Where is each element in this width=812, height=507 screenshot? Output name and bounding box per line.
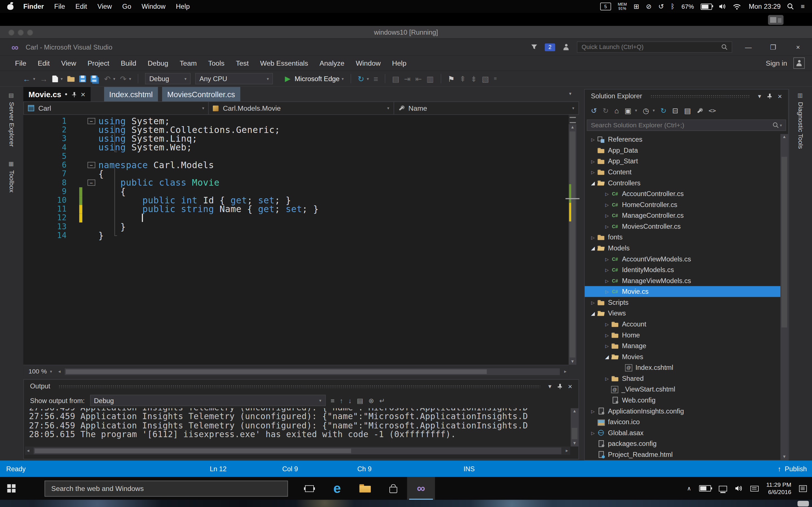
browser-link-refresh-icon[interactable]: ↻ bbox=[358, 75, 364, 82]
vs-menu-item-edit[interactable]: Edit bbox=[32, 59, 55, 67]
tree-item-fonts[interactable]: ▷fonts bbox=[585, 232, 780, 243]
misc-tool-icon-4[interactable]: ▥ bbox=[426, 75, 434, 82]
scroll-down-arrow-icon[interactable]: ▼ bbox=[780, 454, 788, 460]
member-dropdown[interactable]: Name ▾ bbox=[394, 102, 578, 114]
scroll-down-arrow-icon[interactable]: ▼ bbox=[569, 358, 576, 365]
redo-icon[interactable]: ↷ bbox=[120, 75, 126, 82]
time-machine-icon[interactable]: ↺ bbox=[658, 3, 664, 10]
collapsed-arrow-icon[interactable]: ▷ bbox=[589, 235, 597, 240]
vs-menu-item-build[interactable]: Build bbox=[115, 59, 142, 67]
collapsed-arrow-icon[interactable]: ▷ bbox=[603, 376, 611, 381]
vs-titlebar[interactable]: ∞ Carl - Microsoft Visual Studio 2 Quick… bbox=[0, 39, 812, 55]
save-icon[interactable] bbox=[79, 75, 86, 82]
vs-menu-item-file[interactable]: File bbox=[9, 59, 32, 67]
notification-center-icon[interactable]: ≡ bbox=[801, 3, 805, 10]
vs-menu-item-help[interactable]: Help bbox=[386, 59, 412, 67]
collapsed-arrow-icon[interactable]: ▷ bbox=[589, 137, 597, 142]
restore-button[interactable]: ❐ bbox=[764, 43, 782, 51]
prev-bookmark-icon[interactable]: ⇞ bbox=[459, 75, 466, 82]
spotlight-search-icon[interactable] bbox=[788, 3, 794, 10]
tree-item-views[interactable]: ◢Views bbox=[585, 308, 780, 319]
volume-icon[interactable] bbox=[719, 4, 726, 9]
notification-count-badge[interactable]: 2 bbox=[545, 43, 555, 51]
tree-item-models[interactable]: ◢Models bbox=[585, 242, 780, 253]
expanded-arrow-icon[interactable]: ◢ bbox=[589, 245, 597, 251]
undo-icon[interactable]: ↶ bbox=[104, 75, 110, 82]
redo-caret[interactable]: ▾ bbox=[129, 76, 131, 81]
copy-icon[interactable]: ▤ bbox=[357, 397, 363, 404]
code-line[interactable]: 1−using System; bbox=[23, 117, 569, 126]
minimize-button[interactable]: — bbox=[740, 43, 757, 51]
undo-caret[interactable]: ▾ bbox=[113, 76, 115, 81]
editor-vertical-scrollbar[interactable]: ▲ ▼ bbox=[569, 124, 576, 365]
pin-icon[interactable] bbox=[557, 383, 563, 390]
mac-menu-item-edit[interactable]: Edit bbox=[75, 3, 87, 10]
vs-menu-item-project[interactable]: Project bbox=[82, 59, 115, 67]
code-line[interactable]: 11 public string Name { get; set; } bbox=[23, 205, 569, 214]
browser-link-caret[interactable]: ▾ bbox=[367, 76, 369, 81]
hscroll-right-arrow-icon[interactable]: ▸ bbox=[562, 369, 569, 374]
tree-item-manage[interactable]: ▷Manage bbox=[585, 341, 780, 351]
tree-item-accountcontroller-cs[interactable]: ▷C#AccountController.cs bbox=[585, 188, 780, 200]
expanded-arrow-icon[interactable]: ◢ bbox=[603, 354, 611, 359]
show-all-files-icon[interactable]: ▤ bbox=[684, 106, 691, 114]
start-debugging-button[interactable]: ▶ Microsoft Edge ▾ bbox=[285, 74, 344, 82]
code-line[interactable]: 2using System.Collections.Generic; bbox=[23, 126, 569, 134]
new-file-icon[interactable] bbox=[52, 75, 58, 82]
touch-keyboard-icon[interactable] bbox=[750, 486, 758, 491]
code-line[interactable]: 4using System.Web; bbox=[23, 144, 569, 152]
prev-message-icon[interactable]: ↑ bbox=[340, 397, 343, 404]
code-line[interactable]: 7{ bbox=[23, 170, 569, 178]
misc-tool-icon-3[interactable]: ⇤ bbox=[415, 75, 422, 82]
tree-item-web-config[interactable]: Web.config bbox=[585, 395, 780, 406]
wifi-icon[interactable] bbox=[733, 3, 741, 10]
clear-bookmarks-icon[interactable]: ▧ bbox=[482, 75, 489, 82]
code-line[interactable]: 13 } bbox=[23, 223, 569, 231]
collapse-all-icon[interactable]: ⊟ bbox=[672, 106, 678, 114]
vs-menu-item-test[interactable]: Test bbox=[230, 59, 254, 67]
output-lines-viewport[interactable]: 27:56.459 Application Insights Telemetry… bbox=[29, 408, 567, 446]
next-bookmark-icon[interactable]: ⇟ bbox=[470, 75, 477, 82]
expanded-arrow-icon[interactable]: ◢ bbox=[589, 180, 597, 186]
solution-platform-select[interactable]: Any CPU▾ bbox=[195, 73, 273, 84]
mac-menu-item-help[interactable]: Help bbox=[176, 3, 190, 10]
solution-scroll-thumb[interactable] bbox=[781, 157, 787, 328]
tree-item-global-asax[interactable]: ▷Global.asax bbox=[585, 427, 780, 438]
type-dropdown[interactable]: Carl.Models.Movie ▾ bbox=[209, 102, 394, 114]
collapsed-arrow-icon[interactable]: ▷ bbox=[603, 213, 611, 218]
tree-item-scripts[interactable]: ▷Scripts bbox=[585, 297, 780, 308]
collapsed-arrow-icon[interactable]: ▷ bbox=[603, 289, 611, 294]
tree-item-movie-cs[interactable]: ▷C#Movie.cs bbox=[585, 286, 780, 297]
tab-list-caret[interactable]: ▾ bbox=[569, 91, 571, 96]
find-message-icon[interactable]: ≡ bbox=[331, 397, 335, 404]
view-code-icon[interactable]: <> bbox=[709, 107, 716, 114]
start-target-caret[interactable]: ▾ bbox=[342, 76, 344, 81]
forward-icon[interactable]: ↻ bbox=[603, 106, 609, 114]
code-line[interactable]: 5 bbox=[23, 152, 569, 161]
code-line[interactable]: 8− public class Movie bbox=[23, 179, 569, 187]
code-line[interactable]: 9 { bbox=[23, 187, 569, 196]
quick-launch-input[interactable]: Quick Launch (Ctrl+Q) bbox=[577, 41, 732, 53]
pin-icon[interactable] bbox=[71, 91, 77, 98]
doc-tab-moviescontroller-cs[interactable]: MoviesController.cs bbox=[162, 87, 240, 101]
sign-in-link[interactable]: Sign in bbox=[766, 59, 787, 67]
vs-menu-item-debug[interactable]: Debug bbox=[142, 59, 174, 67]
code-editor[interactable]: 1−using System;2using System.Collections… bbox=[23, 115, 569, 365]
close-icon[interactable]: × bbox=[81, 90, 85, 99]
collapsed-arrow-icon[interactable]: ▷ bbox=[589, 430, 597, 435]
action-center-icon[interactable] bbox=[799, 485, 807, 492]
tree-item-homecontroller-cs[interactable]: ▷C#HomeController.cs bbox=[585, 199, 780, 210]
fold-collapse-icon[interactable]: − bbox=[87, 118, 95, 124]
splitter-grip[interactable] bbox=[569, 117, 576, 123]
tree-item-packages-config[interactable]: packages.config bbox=[585, 438, 780, 449]
tree-item-project-readme-html[interactable]: Project_Readme.html bbox=[585, 449, 780, 460]
window-position-caret[interactable]: ▾ bbox=[758, 93, 761, 100]
switch-views-caret[interactable]: ▾ bbox=[635, 108, 637, 113]
collapsed-arrow-icon[interactable]: ▷ bbox=[589, 408, 597, 413]
tree-item-account[interactable]: ▷Account bbox=[585, 319, 780, 330]
clear-all-icon[interactable]: ⊗ bbox=[368, 397, 374, 404]
bookmark-icon[interactable]: ⚑ bbox=[448, 75, 455, 82]
output-scroll-thumb[interactable] bbox=[572, 428, 577, 439]
zoom-select[interactable]: 100 % bbox=[29, 368, 47, 375]
mac-app-menu[interactable]: Finder bbox=[23, 3, 44, 10]
